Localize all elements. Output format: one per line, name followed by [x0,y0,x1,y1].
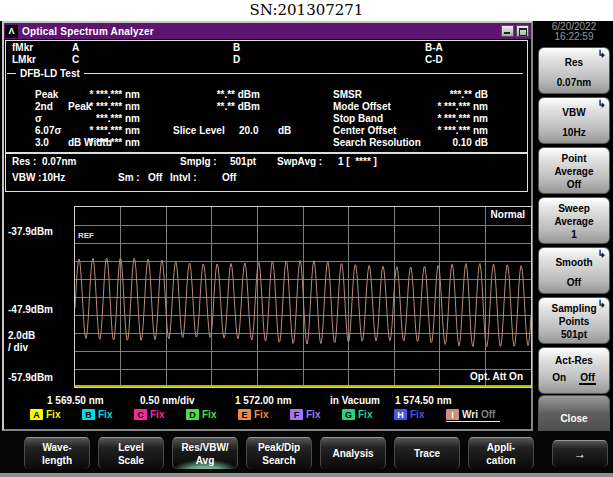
trace-state-label: Fix [98,409,112,420]
menu-peak-dip-search[interactable]: Peak/DipSearch [246,437,312,469]
softkey-sampling-label: Points [539,315,609,328]
softkey-submenu-arrow-icon: ↳ [598,98,606,109]
trace-indicator-b: BFix [82,408,112,421]
y-axis-bottom-label: -57.9dBm [8,372,53,383]
softkey-sweep[interactable]: SweepAverage1 [538,197,610,244]
trace-letter-a: A [30,409,43,420]
softkey-point[interactable]: PointAverageOff [538,147,610,194]
intvl-value: Off [222,172,236,183]
status-row-2: VBW : 10Hz Sm : Off Intvl : Off [4,172,527,184]
dfb-row-sigma: σ ***.*** nm Stop Band * ***.*** nm [4,113,527,125]
softkey-sampling-label: 501pt [539,328,609,341]
trace-indicator-d: DFix [186,408,216,421]
trace-indicator-h: HFix [394,408,424,421]
menu-analysis-label: Analysis [321,447,385,460]
menu-trace-label: Trace [395,447,459,460]
peak2-label: 2nd [35,101,53,112]
x-axis-start-label: 1 569.50 nm [47,395,104,406]
sigma607-wavelength: * ***.*** nm [74,125,140,136]
trace-state-label: Wri [462,409,478,420]
bottom-bezel-strip [0,473,613,477]
fmkr-row: fMkr A B B-A [4,42,527,54]
menu-res-vbw-avg[interactable]: Res/VBW/Avg [172,437,238,469]
smsr-label: SMSR [333,89,362,100]
y-axis-per-div-label: 2.0dB [8,330,35,341]
measurement-medium-label: in Vacuum [330,395,380,406]
lmkr-c: C [72,54,79,65]
trace-letter-e: E [238,409,251,420]
peak2-level: **.** dBm [194,101,260,112]
slice-level-value: 20.0 [239,125,258,136]
softkey-point-label: Point [539,152,609,165]
softkey-smooth-label: Off [539,276,609,289]
menu-appli-cation-label: cation [469,454,533,467]
menu-more-arrow-label: → [553,448,607,461]
softkey-sweep-label: 1 [539,228,609,241]
spectrum-plot-svg [75,207,531,387]
softkey-vbw-label: 10Hz [539,126,609,139]
dfb-row-3db-width: 3.0 dB Width * ***.*** nm Search Resolut… [4,137,527,149]
sigma-wavelength: ***.*** nm [74,113,140,124]
peak2-wavelength: * ***.*** nm [74,101,140,112]
osa-window: Λ Optical Spectrum Analyzer fMkr A B B-A… [2,21,533,431]
dfb-row-peak: Peak * ***.*** nm **.** dBm SMSR ***.** … [4,89,527,101]
minimize-button[interactable] [501,25,514,37]
menu-level-scale[interactable]: LevelScale [98,437,164,469]
trace-letter-i: I [446,409,459,420]
softkey-act-res-on[interactable]: On [552,372,566,385]
menu-peak-dip-search-label: Peak/Dip [247,441,311,454]
trace-indicator-g: GFix [342,408,372,421]
softkey-act-res-off[interactable]: Off [579,372,595,385]
swpavg-label: SwpAvg : [277,156,322,167]
softkey-panel: 6/20/2022 16:22:59 ↳Res0.07nm↳VBW10HzPoi… [535,21,613,445]
y-axis-per-div-unit: / div [8,342,28,353]
menu-analysis[interactable]: Analysis [320,437,386,469]
fmkr-b: B [233,42,240,53]
maximize-button[interactable] [516,25,529,37]
dfb-row-2nd-peak: 2nd Peak * ***.*** nm **.** dBm Mode Off… [4,101,527,113]
window-title: Optical Spectrum Analyzer [22,26,154,37]
menu-res-vbw-avg-label: Res/VBW/ [173,441,237,454]
softkey-close-label: Close [560,412,587,425]
center-offset-value: * ***.*** nm [384,125,488,136]
x-axis-labels: 1 569.50 nm 0.50 nm/div 1 572.00 nm in V… [4,395,527,407]
trace-letter-c: C [134,409,147,420]
peak-level: **.** dBm [194,89,260,100]
dfb-row-sigma607: 6.07σ * ***.*** nm Slice Level 20.0 dB C… [4,125,527,137]
menu-more-arrow[interactable]: → [552,440,608,467]
swpavg-value: 1 [ **** ] [338,156,377,167]
trace-state-label: Fix [306,409,320,420]
smplg-label: Smplg : [180,156,217,167]
softkey-smooth[interactable]: ↳SmoothOff [538,247,610,294]
menu-trace[interactable]: Trace [394,437,460,469]
menu-appli-cation[interactable]: Appli-cation [468,437,534,469]
lmkr-row: LMkr C D C-D [4,54,527,66]
softkey-sampling[interactable]: ↳SamplingPoints501pt [538,297,610,344]
sigma607-label: 6.07σ [35,125,61,136]
menu-wave-length[interactable]: Wave-length [24,437,90,469]
softkey-act-res-options: OnOff [539,372,609,385]
sm-value: Off [148,172,162,183]
function-menu-bar: Wave-lengthLevelScaleRes/VBW/AvgPeak/Dip… [0,431,613,477]
search-resolution-value: 0.10 dB [384,137,488,148]
trace-state-label: Fix [254,409,268,420]
menu-wave-length-label: length [25,454,89,467]
spectrum-plot: Normal REF Opt. Att On [74,206,532,388]
softkey-act-res[interactable]: Act-ResOnOff [538,347,610,394]
softkey-res[interactable]: ↳Res0.07nm [538,47,610,94]
ref-level-label: REF [78,231,94,240]
trace-indicator-c: CFix [134,408,164,421]
softkey-vbw[interactable]: ↳VBW10Hz [538,97,610,144]
menu-wave-length-label: Wave- [25,441,89,454]
trace-letter-g: G [342,409,355,420]
lmkr-d: D [233,54,240,65]
lmkr-label: LMkr [12,54,36,65]
trace-indicator-bar: AFixBFixCFixDFixEFixFFixGFixHFixIWriOff [4,408,527,424]
res-label: Res : [12,156,36,167]
section-title: DFB-LD Test [16,68,84,79]
width3db-wavelength: * ***.*** nm [74,137,140,148]
serial-number: SN:201307271 [0,0,613,21]
menu-level-scale-label: Scale [99,454,163,467]
maximize-icon [519,28,527,36]
fmkr-label: fMkr [12,42,33,53]
